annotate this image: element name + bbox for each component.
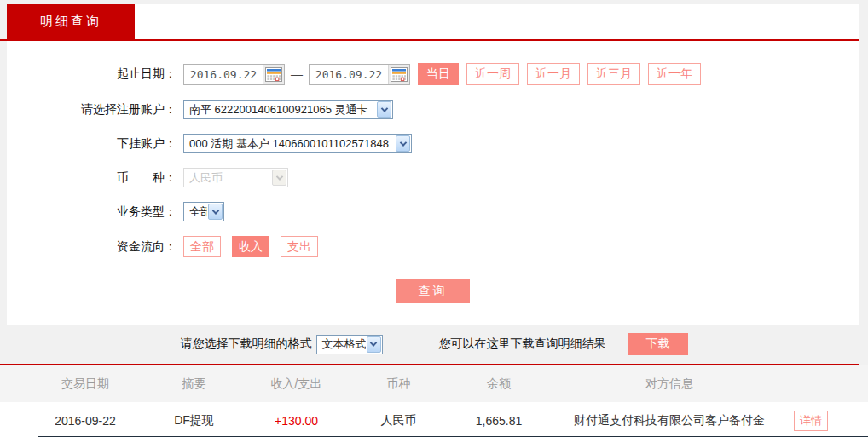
detail-query-page: 明细查询 起止日期： 2016.09.22	[0, 0, 868, 437]
fund-direction-income-button[interactable]: 收入	[232, 236, 269, 257]
download-format-select[interactable]: 文本格式 (.txt)	[316, 335, 383, 354]
tab-bar: 明细查询	[7, 4, 859, 39]
currency-select: 人民币	[183, 168, 288, 187]
cell-balance: 1,665.81	[448, 414, 550, 428]
fund-direction-label: 资金流向：	[7, 239, 183, 255]
tab-label: 明细查询	[40, 14, 101, 30]
date-range-separator: —	[291, 67, 303, 81]
start-date-input[interactable]: 2016.09.22	[183, 64, 285, 85]
cell-currency: 人民币	[350, 413, 448, 428]
download-button[interactable]: 下载	[628, 333, 688, 355]
download-row: 请您选择下载明细的格式 文本格式 (.txt) 您可以在这里下载查询明细结果 下…	[0, 325, 868, 364]
register-account-row: 请选择注册账户： 南平 6222001406100921065 灵通卡	[7, 100, 859, 119]
sub-account-value: 000 活期 基本户 1406600101102571848	[184, 136, 395, 152]
tab-detail-query[interactable]: 明细查询	[7, 4, 135, 39]
currency-row: 币 种： 人民币	[7, 168, 859, 187]
chevron-down-icon	[377, 101, 391, 118]
fund-direction-expense-button[interactable]: 支出	[281, 236, 318, 257]
chevron-down-icon	[208, 204, 223, 220]
fund-direction-all-button[interactable]: 全部	[183, 236, 221, 257]
chevron-down-icon	[367, 336, 381, 353]
business-type-label: 业务类型：	[7, 204, 183, 220]
quick-range-year-button[interactable]: 近一年	[648, 63, 701, 85]
start-date-calendar-button[interactable]	[263, 65, 284, 84]
download-format-value: 文本格式 (.txt)	[317, 336, 366, 352]
register-account-value: 南平 6222001406100921065 灵通卡	[184, 102, 376, 118]
table-header-row: 交易日期 摘要 收入/支出 币种 余额 对方信息	[0, 365, 868, 402]
end-date-input[interactable]: 2016.09.22	[309, 64, 410, 85]
cell-transaction-date: 2016-09-22	[26, 414, 145, 428]
header-currency: 币种	[350, 377, 448, 392]
detail-button[interactable]: 详情	[794, 411, 828, 431]
header-counterparty: 对方信息	[550, 377, 789, 392]
header-transaction-date: 交易日期	[26, 377, 145, 392]
quick-range-week-button[interactable]: 近一周	[466, 63, 519, 85]
currency-value: 人民币	[184, 170, 271, 186]
quick-range-today-button[interactable]: 当日	[418, 63, 459, 85]
sub-account-select[interactable]: 000 活期 基本户 1406600101102571848	[183, 134, 412, 153]
currency-label: 币 种：	[7, 170, 183, 186]
register-account-select[interactable]: 南平 6222001406100921065 灵通卡	[183, 100, 393, 119]
header-summary: 摘要	[145, 377, 243, 392]
quick-range-quarter-button[interactable]: 近三月	[587, 63, 640, 85]
download-hint-text: 您可以在这里下载查询明细结果	[439, 336, 606, 352]
business-type-value: 全部	[184, 204, 207, 220]
header-balance: 余额	[448, 377, 550, 392]
sub-account-row: 下挂账户： 000 活期 基本户 1406600101102571848	[7, 134, 859, 153]
date-range-label: 起止日期：	[7, 66, 183, 82]
business-type-select[interactable]: 全部	[183, 202, 224, 221]
cell-counterparty: 财付通支付科技有限公司客户备付金	[550, 413, 789, 428]
end-date-value: 2016.09.22	[310, 68, 388, 81]
quick-range-month-button[interactable]: 近一月	[527, 63, 580, 85]
query-form-panel: 起止日期： 2016.09.22	[7, 41, 859, 325]
download-format-label: 请您选择下载明细的格式	[181, 336, 312, 352]
query-button-row: 查询	[7, 279, 859, 303]
query-button[interactable]: 查询	[396, 279, 470, 303]
sub-account-label: 下挂账户：	[7, 136, 183, 152]
fund-direction-row: 资金流向： 全部 收入 支出	[7, 236, 859, 257]
start-date-value: 2016.09.22	[184, 68, 263, 81]
calendar-icon	[391, 67, 408, 82]
cell-summary: DF提现	[145, 413, 243, 428]
header-income-expense: 收入/支出	[243, 377, 350, 392]
chevron-down-icon	[272, 170, 286, 186]
end-date-calendar-button[interactable]	[388, 65, 409, 84]
register-account-label: 请选择注册账户：	[7, 102, 183, 118]
cell-amount: +130.00	[243, 414, 350, 428]
chevron-down-icon	[396, 135, 410, 152]
calendar-icon	[265, 67, 282, 82]
date-range-row: 起止日期： 2016.09.22	[7, 63, 859, 85]
table-row: 2016-09-22 DF提现 +130.00 人民币 1,665.81 财付通…	[0, 402, 868, 437]
business-type-row: 业务类型： 全部	[7, 202, 859, 221]
